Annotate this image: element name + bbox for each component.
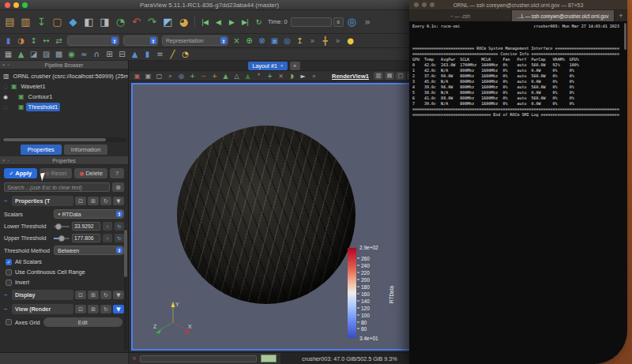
gear-icon[interactable]: ⊛ <box>112 182 124 192</box>
find-data-magnifier-icon[interactable]: ◎ <box>344 14 359 30</box>
add-layout-button[interactable]: + <box>290 62 300 70</box>
terminal-tab-zsh[interactable]: ~ — -zsh… <box>409 10 512 21</box>
copy-properties-icon[interactable]: ⊡ <box>75 197 86 205</box>
ruler-icon[interactable]: ╱ <box>167 49 179 60</box>
render-view-title[interactable]: RenderView1 <box>332 73 372 80</box>
tab-options-icon[interactable]: … <box>607 13 611 18</box>
capture-view-icon[interactable]: ▢ <box>154 72 164 81</box>
collapse-icon[interactable]: − <box>4 291 10 298</box>
load-palette-icon[interactable]: ◩ <box>160 14 175 30</box>
color-by-dropdown[interactable]: ▲▼ <box>67 36 119 46</box>
add-plane-icon[interactable]: + <box>187 72 198 81</box>
maximize-view-icon[interactable]: ▢ <box>396 72 405 80</box>
collapse-icon[interactable]: − <box>4 197 10 205</box>
split-horizontal-icon[interactable]: ▥ <box>374 72 383 80</box>
save-state-icon[interactable]: ▥ <box>18 14 33 30</box>
leaf-icon[interactable]: ◗ <box>287 72 297 81</box>
warp-filter-icon[interactable]: ∩ <box>91 49 103 60</box>
time-frame-spinner[interactable]: 0 <box>333 17 344 27</box>
open-file-icon[interactable]: ▤ <box>2 14 17 30</box>
minimize-window-icon[interactable] <box>422 2 427 7</box>
view-overflow2-icon[interactable]: » <box>309 72 319 81</box>
undock-panel-icon[interactable]: ▫ <box>8 158 9 163</box>
edit-colormap-icon[interactable]: ◑ <box>15 36 27 47</box>
section-display-label[interactable]: Display <box>12 290 73 300</box>
rubber-band-select-icon[interactable]: ◎ <box>281 36 293 47</box>
close-panel-icon[interactable]: × <box>2 62 6 67</box>
threshold-filter-icon[interactable]: ▩ <box>53 49 65 60</box>
clear-value-icon[interactable]: × <box>103 222 112 231</box>
wireframe-rep-icon[interactable]: △ <box>231 72 242 81</box>
reset-defaults-icon[interactable]: ↻ <box>100 291 111 299</box>
paraview-titlebar[interactable]: ParaView 5.11.1-RC1-836-g7dd23aba44 (mas… <box>0 0 419 10</box>
tree-icon[interactable]: ▲ <box>243 72 253 81</box>
copy-properties-icon[interactable]: ⊡ <box>75 291 86 299</box>
view-overflow-icon[interactable]: » <box>165 72 175 81</box>
plot-over-line-icon[interactable]: ▲ <box>129 49 141 60</box>
tab-options-icon[interactable]: … <box>504 13 509 18</box>
undock-panel-icon[interactable]: ▫ <box>8 62 9 67</box>
pipeline-item[interactable]: ◉▣Contour1 <box>0 92 128 102</box>
checkbox[interactable] <box>6 280 12 286</box>
protractor-icon[interactable]: ◔ <box>179 49 191 60</box>
extract-subset-icon[interactable]: ⊟ <box>116 49 128 60</box>
tab-properties[interactable]: Properties <box>21 144 62 155</box>
camera-globe-icon[interactable]: ⊗ <box>256 36 268 47</box>
properties-vscrollbar[interactable] <box>124 228 127 351</box>
paste-properties-icon[interactable]: ⊞ <box>88 305 99 313</box>
rescale-temporal-icon[interactable]: ⇄ <box>53 36 65 47</box>
close-window-icon[interactable] <box>5 2 10 8</box>
transform-widget-icon[interactable]: + <box>209 72 220 81</box>
slice-filter-icon[interactable]: ▨ <box>40 49 52 60</box>
rescale-custom-range-icon[interactable]: ↔ <box>40 36 52 47</box>
surface-rep-icon[interactable]: ▲ <box>220 72 231 81</box>
search-input[interactable]: Search ...(use Esc to clear text) <box>4 182 110 192</box>
auto-apply-icon[interactable]: ◔ <box>113 14 128 30</box>
toolbar-overflow-icon[interactable]: » <box>360 14 375 30</box>
tab-information[interactable]: Information <box>64 144 108 155</box>
histogram-icon[interactable]: ▮ <box>141 49 153 60</box>
vcr-next-icon[interactable]: ▶| <box>239 14 251 30</box>
group-datasets-icon[interactable]: ⊞ <box>103 49 115 60</box>
edit-axes-grid-button[interactable]: Edit <box>43 317 122 327</box>
save-defaults-icon[interactable]: ▼ <box>113 197 124 205</box>
calculator-icon[interactable]: ▦ <box>2 49 14 60</box>
component-dropdown[interactable]: ▲▼ <box>123 36 158 46</box>
collapse-icon[interactable]: − <box>4 306 10 313</box>
pointer-icon[interactable]: ► <box>298 72 308 81</box>
rescale-data-range-icon[interactable]: ↕ <box>28 36 40 47</box>
delete-button[interactable]: ●Delete <box>74 168 107 178</box>
color-palette-icon[interactable]: ◕ <box>176 14 191 30</box>
reset-defaults-icon[interactable]: ↻ <box>100 197 111 205</box>
maximize-window-icon[interactable] <box>22 2 28 8</box>
camera-undo-icon[interactable]: ▣ <box>132 72 142 81</box>
reset-camera-icon[interactable]: × <box>231 36 243 47</box>
clip-filter-icon[interactable]: ◪ <box>28 49 40 60</box>
save-data-icon[interactable]: ↧ <box>34 14 49 30</box>
upper-threshold-value[interactable]: 177.806 <box>72 234 100 242</box>
zoom-to-data-icon[interactable]: ⊕ <box>243 36 255 47</box>
reset-range-icon[interactable]: ↻ <box>115 222 124 231</box>
checkbox[interactable] <box>6 269 12 276</box>
layout-tab[interactable]: Layout #1× <box>248 62 287 70</box>
clear-value-icon[interactable]: × <box>103 234 112 242</box>
scalar-bar-toggle-icon[interactable]: ▮ <box>2 36 14 47</box>
section-properties-label[interactable]: Properties (T <box>12 196 73 206</box>
pick-remove-icon[interactable]: × <box>276 72 286 81</box>
split-vertical-icon[interactable]: ▤ <box>385 72 394 80</box>
stream-tracer-icon[interactable]: ≈ <box>78 49 90 60</box>
apply-button[interactable]: ✓Apply <box>4 168 37 178</box>
capture-screenshot-icon[interactable]: ▢ <box>50 14 65 30</box>
close-layout-icon[interactable]: × <box>280 63 284 68</box>
scalars-dropdown[interactable]: ●RTData▲▼ <box>54 209 124 219</box>
pipeline-item[interactable]: ▥ORNL crusher (csrc://localhost:56999) (… <box>0 71 128 81</box>
light-bulb-icon[interactable]: ● <box>344 36 356 47</box>
vcr-first-icon[interactable]: |◀ <box>198 14 211 30</box>
threshold-surface-3d-object[interactable] <box>177 126 356 304</box>
terminal-tab-ssh[interactable]: ...L — ssh coreywn@crusher.olcf.ornl.gov… <box>512 10 615 21</box>
paste-properties-icon[interactable]: ⊞ <box>88 291 99 299</box>
help-button[interactable]: ? <box>110 168 124 178</box>
pipeline-item[interactable]: ○▣Wavelet1 <box>0 81 128 92</box>
undo-icon[interactable]: ↶ <box>129 14 144 30</box>
source-filter-icon[interactable]: ◆ <box>66 14 81 30</box>
